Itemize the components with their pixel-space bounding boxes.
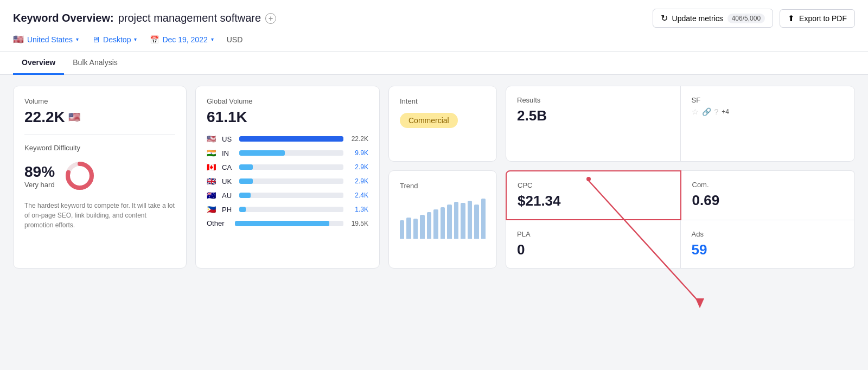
au-bar-fill (239, 193, 251, 198)
add-keyword-icon[interactable]: + (265, 13, 276, 24)
com-label: Com. (692, 181, 844, 189)
country-row-ca: 🇨🇦 CA 2.9K (207, 163, 368, 171)
main-content-wrapper: Volume 22.2K 🇺🇸 Keyword Difficulty 89% V… (0, 75, 868, 279)
update-counter: 406/5,000 (727, 14, 765, 23)
currency-label: USD (227, 35, 243, 44)
tab-bulk-analysis-label: Bulk Analysis (73, 58, 117, 67)
trend-bar-3 (413, 219, 418, 239)
star-icon[interactable]: ☆ (692, 107, 699, 116)
header-filters: 🇺🇸 United States ▾ 🖥 Desktop ▾ 📅 Dec 19,… (13, 34, 855, 51)
ph-bar-bg (239, 207, 343, 212)
trend-bar-7 (441, 207, 445, 239)
results-sf-card: Results 2.5B SF ☆ 🔗 ? +4 (506, 86, 855, 162)
uk-flag: 🇬🇧 (207, 177, 218, 186)
difficulty-value: 89% Very hard (24, 163, 55, 189)
ph-bar-fill (239, 207, 246, 212)
bottom-metrics-row: Trend (388, 170, 855, 269)
trend-bar-11 (468, 201, 472, 239)
us-bar-bg (239, 136, 343, 142)
pla-value: 0 (517, 241, 669, 258)
ca-bar-fill (239, 164, 253, 170)
tab-overview[interactable]: Overview (13, 52, 64, 75)
update-metrics-button[interactable]: ↻ Update metrics 406/5,000 (653, 9, 774, 28)
page-title-query: project management software (118, 12, 261, 24)
difficulty-label: Keyword Difficulty (24, 144, 175, 152)
cpc-cell: CPC $21.34 (506, 170, 681, 220)
page-header: Keyword Overview: project management sof… (0, 0, 868, 52)
refresh-icon: ↻ (661, 13, 668, 23)
ca-flag: 🇨🇦 (207, 163, 218, 171)
other-bar-bg (235, 221, 343, 226)
trend-bar-12 (474, 205, 478, 239)
desktop-icon: 🖥 (92, 35, 100, 44)
calendar-icon: 📅 (150, 35, 159, 44)
difficulty-percent: 89% (24, 163, 55, 181)
device-filter-label: Desktop (103, 35, 131, 44)
country-row-in: 🇮🇳 IN 9.9K (207, 149, 368, 157)
in-bar-bg (239, 150, 343, 156)
other-label: Other (207, 219, 231, 227)
device-filter[interactable]: 🖥 Desktop ▾ (92, 35, 137, 44)
difficulty-text: Very hard (24, 181, 55, 189)
link-icon[interactable]: 🔗 (702, 107, 711, 116)
pla-label: PLA (517, 230, 669, 238)
com-cell: Com. 0.69 (681, 170, 856, 220)
cpc-metrics-card: CPC $21.34 Com. 0.69 PLA (506, 170, 855, 269)
header-actions: ↻ Update metrics 406/5,000 ⬆ Export to P… (653, 9, 855, 28)
export-pdf-button[interactable]: ⬆ Export to PDF (780, 9, 855, 28)
sf-icons: ☆ 🔗 ? +4 (692, 107, 844, 116)
global-volume-card: Global Volume 61.1K 🇺🇸 US 22.2K (195, 86, 380, 269)
date-filter-label: Dec 19, 2022 (162, 35, 207, 44)
country-rows: 🇺🇸 US 22.2K 🇮🇳 IN 9.9K (207, 135, 368, 227)
trend-label: Trend (400, 182, 486, 190)
country-chevron-icon: ▾ (76, 36, 79, 42)
export-pdf-label: Export to PDF (799, 14, 847, 23)
trend-bar-4 (420, 215, 424, 239)
trend-bar-2 (406, 218, 411, 239)
tab-bulk-analysis[interactable]: Bulk Analysis (64, 52, 126, 75)
trend-card: Trend (388, 170, 497, 269)
other-bar-fill (235, 221, 329, 226)
sf-label: SF (692, 96, 844, 104)
in-bar-fill (239, 150, 285, 156)
update-metrics-label: Update metrics (672, 14, 723, 23)
us-bar-fill (239, 136, 343, 142)
us-flag-volume: 🇺🇸 (68, 111, 80, 123)
us-flag: 🇺🇸 (13, 34, 24, 44)
trend-bars (400, 195, 486, 239)
volume-label: Volume (24, 97, 175, 105)
top-metrics-row: Intent Commercial Results 2.5B SF ☆ (388, 86, 855, 162)
results-value: 2.5B (517, 107, 669, 124)
intent-badge: Commercial (400, 113, 458, 128)
sf-cell: SF ☆ 🔗 ? +4 (681, 86, 855, 161)
difficulty-donut (63, 160, 96, 192)
country-row-au: 🇦🇺 AU 2.4K (207, 191, 368, 200)
country-filter[interactable]: 🇺🇸 United States ▾ (13, 34, 79, 44)
intent-card: Intent Commercial (388, 86, 497, 162)
ads-cell: Ads 59 (681, 220, 856, 269)
volume-card: Volume 22.2K 🇺🇸 Keyword Difficulty 89% V… (13, 86, 187, 269)
difficulty-row: 89% Very hard (24, 160, 175, 192)
country-filter-label: United States (27, 35, 73, 44)
sf-plus-count[interactable]: +4 (722, 108, 729, 116)
device-chevron-icon: ▾ (134, 36, 137, 42)
ads-label: Ads (692, 230, 844, 238)
difficulty-section: Keyword Difficulty 89% Very hard (24, 144, 175, 230)
volume-divider (24, 135, 175, 135)
country-row-us: 🇺🇸 US 22.2K (207, 135, 368, 143)
svg-marker-3 (695, 298, 704, 308)
ads-value: 59 (692, 241, 844, 258)
main-content: Volume 22.2K 🇺🇸 Keyword Difficulty 89% V… (0, 75, 868, 279)
global-volume-label: Global Volume (207, 97, 368, 105)
right-section: Intent Commercial Results 2.5B SF ☆ (388, 86, 855, 269)
uk-bar-fill (239, 178, 253, 184)
tab-overview-label: Overview (22, 58, 55, 67)
currency-filter: USD (227, 35, 243, 44)
volume-value: 22.2K 🇺🇸 (24, 109, 175, 126)
trend-bar-6 (433, 209, 438, 239)
pla-cell: PLA 0 (506, 220, 681, 269)
date-filter[interactable]: 📅 Dec 19, 2022 ▾ (150, 35, 213, 44)
difficulty-description: The hardest keyword to compete for. It w… (24, 201, 175, 230)
results-cell: Results 2.5B (506, 86, 681, 161)
question-icon[interactable]: ? (714, 107, 719, 116)
